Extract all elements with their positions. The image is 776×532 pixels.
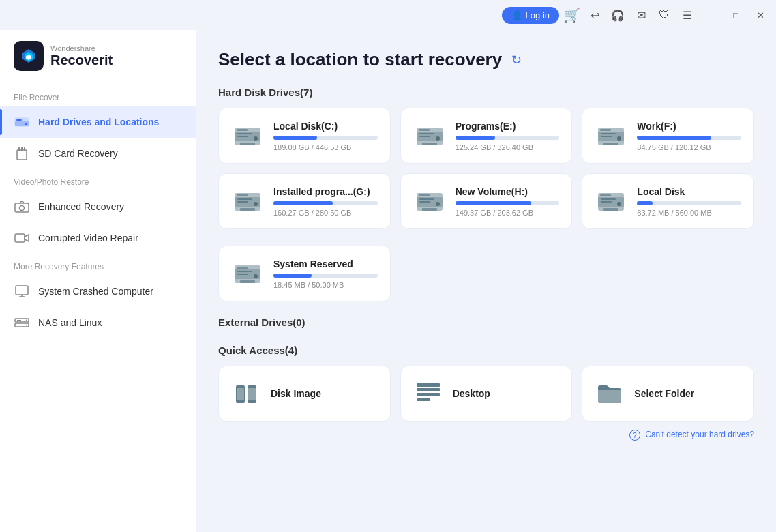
svg-rect-54	[422, 208, 437, 211]
drive-bar-fill-local	[637, 201, 653, 205]
user-icon: 👤	[511, 10, 522, 20]
drive-info-sysreserved: System Reserved 18.45 MB / 50.00 MB	[273, 258, 378, 289]
login-button[interactable]: 👤 Log in	[502, 7, 559, 24]
svg-rect-2	[16, 119, 22, 121]
refresh-icon[interactable]: ↻	[509, 53, 524, 68]
cart-icon[interactable]: 🛒	[562, 5, 581, 25]
drive-icon-sysreserved	[231, 257, 264, 290]
qa-label-disk-image: Disk Image	[271, 388, 321, 399]
close-button[interactable]: ✕	[750, 7, 771, 23]
back-icon[interactable]: ↩	[585, 5, 604, 25]
svg-rect-37	[601, 133, 616, 134]
svg-rect-68	[240, 280, 255, 283]
page-title: Select a location to start recovery	[218, 49, 502, 70]
drive-info-c: Local Disk(C:) 189.08 GB / 446.53 GB	[273, 121, 378, 151]
drive-card-c[interactable]: Local Disk(C:) 189.08 GB / 446.53 GB	[218, 108, 391, 164]
svg-point-53	[436, 202, 440, 206]
svg-rect-72	[248, 388, 256, 400]
svg-point-32	[436, 136, 440, 141]
section-label-video-photo: Video/Photo Restore	[0, 169, 196, 191]
svg-rect-11	[16, 286, 28, 295]
sidebar-label-hard-drives: Hard Drives and Locations	[38, 117, 159, 128]
qa-label-desktop: Desktop	[453, 388, 490, 399]
drive-icon-h	[413, 185, 446, 218]
svg-rect-26	[240, 143, 255, 145]
section-label-more-recovery: More Recovery Features	[0, 254, 196, 276]
drive-size-h: 149.37 GB / 203.62 GB	[456, 209, 560, 217]
sidebar-label-crashed: System Crashed Computer	[38, 286, 153, 297]
drive-card-h[interactable]: New Volume(H:) 149.37 GB / 203.62 GB	[400, 173, 573, 229]
sidebar: Wondershare Recoverit File Recover Hard …	[0, 30, 196, 532]
sidebar-label-video-repair: Corrupted Video Repair	[38, 233, 138, 243]
qa-card-disk-image[interactable]: Disk Image	[218, 366, 391, 422]
title-bar: 👤 Log in 🛒 ↩ 🎧 ✉ 🛡 ☰ — □ ✕	[0, 0, 776, 30]
svg-rect-38	[601, 136, 612, 137]
svg-rect-4	[17, 150, 27, 160]
sidebar-item-enhanced[interactable]: Enhanced Recovery	[0, 191, 196, 222]
drive-icon-local	[595, 185, 627, 218]
drive-bar-bg-local	[637, 201, 741, 205]
drive-info-g: Installed progra...(G:) 160.27 GB / 280.…	[273, 186, 378, 217]
svg-rect-76	[417, 398, 430, 401]
qa-card-desktop[interactable]: Desktop	[400, 366, 573, 422]
sidebar-item-nas[interactable]: NAS and Linux	[0, 307, 196, 338]
svg-rect-51	[419, 198, 434, 200]
shield-icon[interactable]: 🛡	[655, 5, 674, 25]
maximize-button[interactable]: □	[726, 7, 746, 23]
app-body: Wondershare Recoverit File Recover Hard …	[0, 30, 776, 532]
svg-rect-5	[18, 147, 20, 151]
svg-point-60	[617, 202, 621, 206]
minimize-button[interactable]: —	[701, 7, 721, 23]
drive-bar-bg-h	[456, 201, 560, 205]
drive-bar-fill-e	[456, 136, 495, 140]
drive-icon-e	[413, 119, 446, 152]
drive-name-sysreserved: System Reserved	[273, 258, 378, 269]
qa-card-select-folder[interactable]: Select Folder	[582, 366, 754, 422]
svg-rect-57	[600, 194, 611, 196]
sidebar-item-video-repair[interactable]: Corrupted Video Repair	[0, 222, 196, 254]
sidebar-label-nas: NAS and Linux	[38, 317, 102, 328]
app-logo: Wondershare Recoverit	[0, 41, 196, 85]
svg-rect-52	[419, 201, 430, 203]
svg-rect-33	[422, 143, 437, 145]
drives-grid-extra: System Reserved 18.45 MB / 50.00 MB	[218, 246, 754, 301]
svg-rect-66	[237, 274, 248, 275]
quick-access-title: Quick Access(4)	[218, 344, 754, 356]
drive-info-h: New Volume(H:) 149.37 GB / 203.62 GB	[456, 186, 560, 217]
svg-rect-30	[419, 133, 434, 134]
video-icon	[14, 230, 30, 246]
hard-disk-section-title: Hard Disk Drives(7)	[218, 87, 754, 98]
section-label-file-recover: File Recover	[0, 85, 196, 106]
svg-rect-44	[237, 198, 252, 200]
sidebar-item-sd-card[interactable]: SD Card Recovery	[0, 138, 196, 169]
drive-bar-fill-g	[273, 201, 333, 205]
sidebar-item-hard-drives[interactable]: Hard Drives and Locations	[0, 106, 196, 138]
svg-rect-23	[237, 133, 252, 134]
email-icon[interactable]: ✉	[631, 5, 651, 25]
logo-text: Wondershare Recoverit	[50, 44, 113, 68]
svg-rect-71	[237, 388, 244, 400]
sidebar-label-enhanced: Enhanced Recovery	[38, 201, 124, 212]
svg-rect-24	[237, 136, 248, 137]
qa-label-select-folder: Select Folder	[634, 388, 694, 399]
drive-card-local[interactable]: Local Disk 83.72 MB / 560.00 MB	[582, 173, 754, 229]
cant-detect-link[interactable]: Can't detect your hard drives?	[645, 430, 754, 439]
external-section-title: External Drives(0)	[218, 316, 754, 328]
svg-point-39	[617, 136, 621, 141]
cant-detect-row: ? Can't detect your hard drives?	[218, 430, 754, 441]
drive-bar-bg-f	[637, 136, 741, 140]
menu-icon[interactable]: ☰	[678, 5, 697, 25]
svg-rect-61	[603, 208, 618, 211]
drive-icon-c	[231, 119, 264, 152]
sidebar-item-crashed[interactable]: System Crashed Computer	[0, 276, 196, 307]
folder-icon	[595, 379, 625, 409]
drive-card-e[interactable]: Programs(E:) 125.24 GB / 326.40 GB	[400, 108, 573, 164]
svg-rect-58	[601, 198, 616, 200]
drive-card-g[interactable]: Installed progra...(G:) 160.27 GB / 280.…	[218, 173, 391, 229]
drive-card-sysreserved[interactable]: System Reserved 18.45 MB / 50.00 MB	[218, 246, 391, 301]
drive-card-f[interactable]: Work(F:) 84.75 GB / 120.12 GB	[582, 108, 754, 164]
drive-size-e: 125.24 GB / 326.40 GB	[456, 143, 560, 151]
svg-point-16	[26, 320, 27, 321]
headset-icon[interactable]: 🎧	[608, 5, 627, 25]
drive-size-sysreserved: 18.45 MB / 50.00 MB	[273, 281, 378, 289]
